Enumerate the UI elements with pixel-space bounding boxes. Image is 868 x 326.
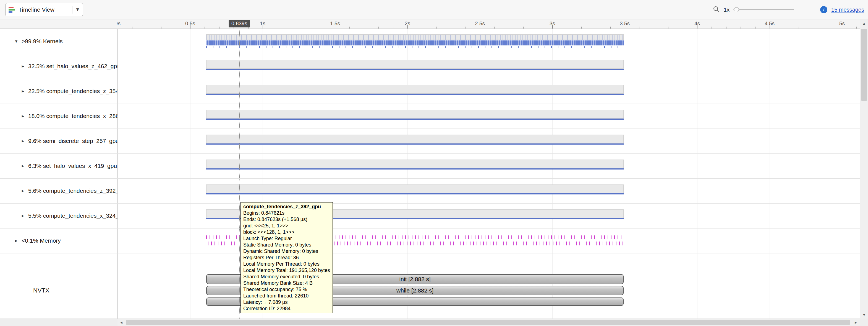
expander-open-icon[interactable]: ▼ (14, 39, 22, 44)
ruler-tick (364, 27, 364, 29)
kernel-activity-line[interactable] (206, 93, 624, 95)
sidebar-row-label: 6.3% set_halo_values_x_419_gpu (28, 163, 117, 169)
tooltip-line: Begins: 0.847621s (243, 210, 330, 216)
kernel-range-bar[interactable] (206, 160, 624, 168)
ruler-tick (349, 27, 350, 29)
expander-closed-icon[interactable]: ► (21, 139, 28, 143)
scroll-right-button[interactable]: ► (852, 319, 860, 326)
ruler-tick (523, 27, 524, 29)
dropdown-separator (72, 6, 72, 13)
ruler-tick (581, 27, 582, 29)
info-icon: i (820, 6, 827, 13)
tooltip-line: Launched from thread: 22610 (243, 293, 330, 299)
tooltip-title: compute_tendencies_z_392_gpu (243, 203, 330, 210)
nvtx-range-label: init [2.882 s] (399, 276, 431, 282)
kernel-tick-marks (206, 46, 624, 48)
kernel-activity-line[interactable] (206, 168, 624, 169)
ruler-tick-label: 2s (405, 21, 410, 27)
ruler-tick (726, 27, 726, 29)
scroll-left-button[interactable]: ◄ (118, 319, 125, 326)
expander-closed-icon[interactable]: ► (21, 64, 28, 69)
tooltip-line: Local Memory Total: 191,365,120 bytes (243, 267, 330, 274)
kernel-activity-line[interactable] (206, 118, 624, 120)
scroll-up-button[interactable]: ▲ (860, 19, 868, 27)
sidebar-row-label: <0.1% Memory (22, 237, 61, 244)
ruler-tick (509, 27, 509, 29)
timeline-view-dropdown[interactable]: Timeline View ▼ (5, 3, 83, 16)
ruler-tick-label: 1s (260, 21, 266, 27)
ruler-tick (654, 27, 654, 29)
zoom-slider-track[interactable] (733, 9, 794, 10)
sidebar-row[interactable]: ►32.5% set_halo_values_z_462_gpu (0, 54, 118, 79)
kernel-range-bar[interactable] (206, 110, 624, 118)
tooltip-line: Local Memory Per Thread: 0 bytes (243, 261, 330, 267)
timeline-lanes[interactable]: init [2.882 s]while [2.882 s] (118, 29, 860, 319)
vertical-scrollbar[interactable]: ▲ ▼ (860, 19, 868, 319)
kernel-dense-activity-bar[interactable] (206, 40, 624, 46)
timeline-main: NVTX ▼>99.9% Kernels►32.5% set_halo_valu… (0, 29, 860, 319)
sidebar-row[interactable]: ►6.3% set_halo_values_x_419_gpu (0, 154, 118, 179)
zoom-slider[interactable] (733, 6, 794, 13)
tooltip-line: Dynamic Shared Memory: 0 bytes (243, 248, 330, 254)
kernel-activity-line[interactable] (206, 193, 624, 194)
expander-closed-icon[interactable]: ► (14, 239, 22, 243)
tooltip-body: Begins: 0.847621sEnds: 0.847623s (+1.568… (243, 210, 330, 312)
ruler-corner (0, 19, 118, 29)
horizontal-scrollbar-thumb[interactable] (126, 320, 850, 325)
expander-closed-icon[interactable]: ► (21, 214, 28, 218)
ruler-tick (828, 27, 828, 29)
sidebar-row-nvtx[interactable]: NVTX (33, 282, 50, 299)
ruler-tick (755, 27, 755, 29)
kernel-range-bar[interactable] (206, 85, 624, 93)
sidebar-row[interactable]: ►22.5% compute_tendencies_z_354_gpu (0, 79, 118, 104)
ruler-tick (567, 27, 567, 29)
nsight-timeline-window: Timeline View ▼ 1x i 15 messages 0.839s … (0, 0, 868, 326)
tooltip-line: Launch Type: Regular (243, 236, 330, 242)
sidebar-row[interactable]: ►<0.1% Memory (0, 228, 118, 253)
ruler-tick (741, 27, 741, 29)
kernel-range-bar[interactable] (206, 185, 624, 193)
ruler-tick-label: 3s (550, 21, 555, 27)
kernel-range-bar[interactable] (206, 60, 624, 69)
horizontal-scrollbar[interactable]: ◄ ► (118, 319, 860, 326)
sidebar-row[interactable]: ►9.6% semi_discrete_step_257_gpu (0, 129, 118, 154)
timeline-view-label: Timeline View (19, 6, 69, 13)
ruler-tick (306, 27, 306, 29)
sidebar-row-label: 5.5% compute_tendencies_x_324_gpu (28, 213, 118, 219)
sidebar-row[interactable]: ▼>99.9% Kernels (0, 29, 118, 54)
ruler-tick (451, 27, 451, 29)
kernel-activity-line[interactable] (206, 69, 624, 70)
ruler-tick-label: 3.5s (620, 21, 630, 27)
expander-closed-icon[interactable]: ► (21, 89, 28, 93)
sidebar-row-label: 32.5% set_halo_values_z_462_gpu (28, 63, 118, 70)
gridline (697, 29, 698, 319)
ruler-tick (610, 27, 611, 29)
gridline (770, 29, 770, 319)
sidebar-row-label: 5.6% compute_tendencies_z_392_gpu (28, 188, 118, 194)
vertical-scrollbar-thumb[interactable] (861, 29, 867, 101)
kernel-range-bar[interactable] (206, 135, 624, 143)
messages-link[interactable]: 15 messages (831, 7, 864, 13)
zoom-slider-thumb[interactable] (734, 7, 739, 12)
timeline-view-icon (8, 7, 15, 13)
sidebar-row-label: NVTX (33, 287, 50, 294)
tooltip-line: block: <<<128, 1, 1>>> (243, 229, 330, 236)
tooltip-line: Registers Per Thread: 36 (243, 254, 330, 261)
chevron-down-icon: ▼ (75, 7, 80, 12)
sidebar-row[interactable]: ►5.6% compute_tendencies_z_392_gpu (0, 179, 118, 203)
ruler-tick (161, 27, 161, 29)
scroll-down-button[interactable]: ▼ (860, 311, 868, 319)
sidebar-row[interactable]: ►5.5% compute_tendencies_x_324_gpu (0, 203, 118, 228)
expander-closed-icon[interactable]: ► (21, 114, 28, 118)
expander-closed-icon[interactable]: ► (21, 164, 28, 168)
sidebar-row[interactable]: ►18.0% compute_tendencies_x_286_gpu (0, 104, 118, 129)
time-marker-badge: 0.839s (228, 20, 250, 27)
sidebar-row-label: 9.6% semi_discrete_step_257_gpu (28, 138, 118, 144)
kernel-summary-range-bar[interactable] (206, 34, 624, 40)
gridline (842, 29, 842, 319)
zoom-level-label: 1x (724, 7, 730, 13)
timeline-ruler[interactable]: 0.839s 0s0.5s1s1.5s2s2.5s3s3.5s4s4.5s5s (118, 19, 860, 29)
expander-closed-icon[interactable]: ► (21, 189, 28, 193)
kernel-activity-line[interactable] (206, 143, 624, 144)
nvtx-range-label: while [2.882 s] (396, 287, 433, 294)
